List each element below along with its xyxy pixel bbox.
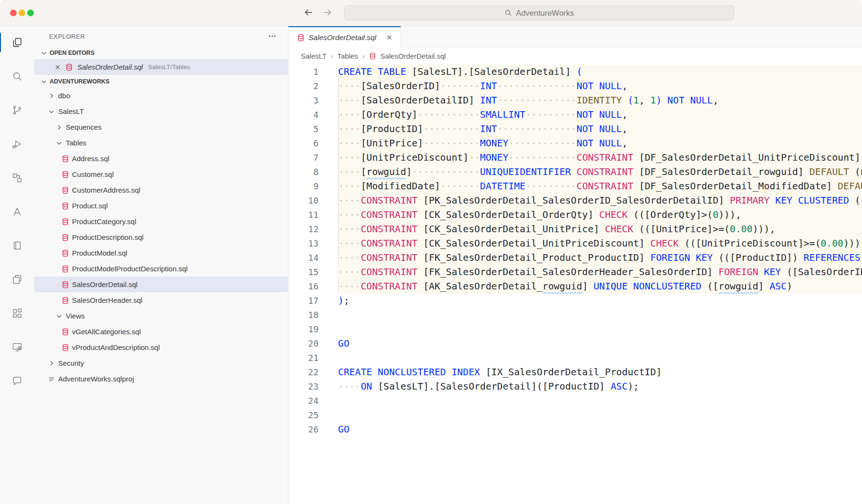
code-editor[interactable]: 1CREATE TABLE [SalesLT].[SalesOrderDetai… [288, 65, 862, 504]
line-number: 17 [288, 294, 338, 308]
tree-item-productcategory-sql[interactable]: ProductCategory.sql [34, 214, 288, 229]
activity-notebooks-button[interactable] [0, 234, 34, 257]
tree-item-product-sql[interactable]: Product.sql [34, 198, 288, 214]
line-number: 2 [288, 79, 338, 93]
code-line-20[interactable]: 20GO [288, 337, 862, 351]
activity-library-button[interactable] [0, 268, 34, 291]
activity-extensions-button[interactable] [0, 302, 34, 325]
line-number: 12 [288, 222, 338, 237]
tree-item-productmodel-sql[interactable]: ProductModel.sql [34, 245, 288, 261]
command-center[interactable]: AdventureWorks [344, 5, 734, 21]
zoom-window-button[interactable] [27, 10, 34, 16]
line-number: 20 [288, 337, 338, 351]
activity-run-debug-button[interactable] [0, 133, 34, 155]
code-line-25[interactable]: 25 [288, 408, 862, 422]
tree-item-productdescription-sql[interactable]: ProductDescription.sql [34, 229, 288, 245]
code-line-12[interactable]: 12····CONSTRAINT [CK_SalesOrderDetail_Un… [288, 222, 862, 237]
tree-item-vproductanddescription-sql[interactable]: vProductAndDescription.sql [34, 339, 288, 355]
code-line-16[interactable]: 16····CONSTRAINT [AK_SalesOrderDetail_ro… [288, 279, 862, 294]
sidebar-title: EXPLORER [49, 33, 85, 40]
code-text: ····ON [SalesLT].[SalesOrderDetail]([Pro… [338, 380, 639, 394]
tree-item-dbo[interactable]: dbo [34, 88, 288, 103]
chevron-down-icon [55, 139, 63, 147]
code-line-19[interactable]: 19 [288, 322, 862, 337]
line-number: 9 [288, 179, 338, 194]
tree-item-label: SalesOrderHeader.sql [72, 296, 143, 304]
line-number: 21 [288, 351, 338, 365]
more-actions-button[interactable] [268, 32, 277, 41]
tree-item-customer-sql[interactable]: Customer.sql [34, 166, 288, 182]
activity-comments-button[interactable] [0, 370, 34, 392]
close-window-button[interactable] [10, 10, 17, 16]
tree-item-vgetallcategories-sql[interactable]: vGetAllCategories.sql [34, 324, 288, 339]
line-number: 3 [288, 93, 338, 108]
breadcrumb-item-folder[interactable]: Tables [338, 52, 358, 60]
activity-explorer-button[interactable] [0, 31, 34, 54]
open-editor-name: SalesOrderDetail.sql [77, 63, 143, 71]
breadcrumb-item-schema[interactable]: SalesLT [301, 52, 327, 60]
tree-item-salesorderheader-sql[interactable]: SalesOrderHeader.sql [34, 292, 288, 308]
breadcrumb-separator: › [331, 52, 333, 60]
database-icon [62, 218, 69, 226]
database-icon [62, 171, 69, 178]
tree-item-sequences[interactable]: Sequences [34, 119, 288, 135]
tree-item-customeraddress-sql[interactable]: CustomerAddress.sql [34, 182, 288, 198]
code-line-24[interactable]: 24 [288, 394, 862, 408]
code-line-18[interactable]: 18 [288, 308, 862, 322]
chevron-down-icon [40, 49, 48, 57]
tree-item-saleslt[interactable]: SalesLT [34, 103, 288, 119]
tree-item-label: ProductModelProductDescription.sql [72, 265, 188, 273]
tree-item-tables[interactable]: Tables [34, 135, 288, 151]
tab-salesorderdetail-sql[interactable]: SalesOrderDetail.sql [288, 26, 401, 48]
tree-item-security[interactable]: Security [34, 355, 288, 371]
tree-item-salesorderdetail-sql[interactable]: SalesOrderDetail.sql [34, 277, 288, 292]
code-line-8[interactable]: 8····[rowguid]············UNIQUEIDENTIFI… [288, 165, 862, 179]
project-section-header[interactable]: ADVENTUREWORKS [34, 75, 288, 88]
open-editor-item[interactable]: SalesOrderDetail.sql SalesLT/Tables [34, 59, 288, 75]
code-line-13[interactable]: 13····CONSTRAINT [CK_SalesOrderDetail_Un… [288, 237, 862, 251]
tree-item-productmodelproductdescription-sql[interactable]: ProductModelProductDescription.sql [34, 261, 288, 277]
close-icon [386, 34, 393, 41]
activity-azure-button[interactable] [0, 200, 34, 223]
code-line-11[interactable]: 11····CONSTRAINT [CK_SalesOrderDetail_Or… [288, 208, 862, 222]
database-icon [62, 281, 69, 288]
close-editor-button[interactable] [54, 64, 61, 71]
minimize-window-button[interactable] [19, 10, 25, 16]
code-line-9[interactable]: 9····[ModifiedDate]·······DATETIME······… [288, 179, 862, 194]
code-line-26[interactable]: 26GO [288, 422, 862, 437]
back-button[interactable] [303, 7, 314, 19]
line-number: 22 [288, 365, 338, 380]
code-line-17[interactable]: 17); [288, 294, 862, 308]
code-line-23[interactable]: 23····ON [SalesLT].[SalesOrderDetail]([P… [288, 380, 862, 394]
activity-source-control-button[interactable] [0, 99, 34, 122]
code-line-4[interactable]: 4····[OrderQty]···········SMALLINT······… [288, 108, 862, 122]
code-line-10[interactable]: 10····CONSTRAINT [PK_SalesOrderDetail_Sa… [288, 194, 862, 208]
code-line-7[interactable]: 7····[UnitPriceDiscount]··MONEY·········… [288, 151, 862, 165]
tree-item-address-sql[interactable]: Address.sql [34, 151, 288, 166]
code-line-2[interactable]: 2····[SalesOrderID]·······INT···········… [288, 79, 862, 93]
activity-search-button[interactable] [0, 65, 34, 88]
code-line-3[interactable]: 3····[SalesOrderDetailID] INT···········… [288, 93, 862, 108]
tree-item-adventureworks-sqlproj[interactable]: AdventureWorks.sqlproj [34, 371, 288, 387]
code-line-6[interactable]: 6····[UnitPrice]··········MONEY·········… [288, 136, 862, 151]
line-number: 16 [288, 279, 338, 294]
chevron-right-icon [55, 123, 63, 131]
breadcrumb-item-file[interactable]: SalesOrderDetail.sql [380, 52, 446, 60]
code-line-1[interactable]: 1CREATE TABLE [SalesLT].[SalesOrderDetai… [288, 65, 862, 79]
chevron-down-icon [40, 78, 48, 85]
code-line-5[interactable]: 5····[ProductID]··········INT···········… [288, 122, 862, 136]
titlebar: AdventureWorks [0, 0, 862, 26]
code-line-21[interactable]: 21 [288, 351, 862, 365]
forward-button[interactable] [322, 7, 333, 19]
indent-guide [338, 79, 339, 294]
activity-remote-explorer-button[interactable] [0, 336, 34, 359]
code-text: ····[ProductID]··········INT············… [338, 122, 862, 136]
activity-database-projects-button[interactable] [0, 166, 34, 189]
close-tab-button[interactable] [385, 33, 394, 42]
code-line-22[interactable]: 22CREATE NONCLUSTERED INDEX [IX_SalesOrd… [288, 365, 862, 380]
code-line-14[interactable]: 14····CONSTRAINT [FK_SalesOrderDetail_Pr… [288, 251, 862, 265]
tree-item-label: CustomerAddress.sql [72, 186, 140, 194]
open-editors-section-header[interactable]: OPEN EDITORS [34, 46, 288, 59]
tree-item-views[interactable]: Views [34, 308, 288, 324]
code-line-15[interactable]: 15····CONSTRAINT [FK_SalesOrderDetail_Sa… [288, 265, 862, 279]
